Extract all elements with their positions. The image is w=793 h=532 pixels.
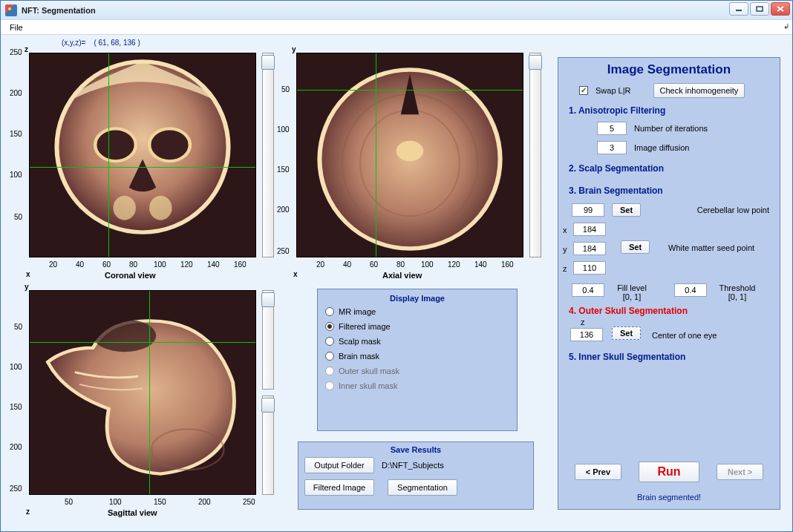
- sagittal-slider-top[interactable]: [262, 290, 274, 390]
- axial-slider[interactable]: [529, 53, 541, 257]
- tick: 50: [14, 323, 22, 331]
- eye-set-button[interactable]: Set: [612, 326, 641, 340]
- axial-crosshair-v: [376, 53, 376, 257]
- tick: 20: [49, 260, 57, 269]
- cursor-coords: (x,y,z)= ( 61, 68, 136 ): [62, 39, 140, 47]
- axial-caption: Axial view: [382, 271, 422, 280]
- radio-mr-image[interactable]: MR image: [318, 304, 517, 319]
- coronal-plot[interactable]: [29, 53, 256, 257]
- inner-skull-header: 5. Inner Skull Segmentation: [558, 347, 780, 364]
- svg-point-14: [396, 141, 423, 161]
- coronal-slider[interactable]: [262, 53, 274, 257]
- sagittal-slider-bottom[interactable]: [262, 395, 274, 495]
- radio-label: Inner skull mask: [339, 381, 397, 390]
- swap-lr-checkbox[interactable]: ✓: [579, 86, 588, 95]
- maximize-button[interactable]: [750, 2, 769, 16]
- tick: 200: [198, 498, 211, 506]
- tick: 250: [277, 247, 290, 255]
- tick: 250: [10, 485, 22, 493]
- slider-thumb[interactable]: [529, 55, 542, 70]
- svg-point-6: [95, 128, 136, 161]
- svg-rect-1: [757, 7, 763, 11]
- cerebellar-label: Cerebellar low point: [697, 206, 769, 214]
- swap-lr-label: Swap L|R: [595, 86, 631, 95]
- radio-outer-skull-mask: Outer skull mask: [318, 364, 517, 378]
- tick: 120: [180, 260, 193, 269]
- radio-scalp-mask[interactable]: Scalp mask: [318, 334, 517, 349]
- sagittal-caption: Sagittal view: [108, 508, 157, 517]
- cerebellar-set-button[interactable]: Set: [612, 203, 641, 217]
- wm-z-input[interactable]: 110: [573, 261, 606, 275]
- axis-label: z: [26, 508, 30, 516]
- aniso-diffusion-label: Image diffusion: [634, 143, 689, 152]
- cerebellar-input[interactable]: 99: [572, 203, 604, 217]
- svg-point-9: [149, 196, 172, 220]
- close-button[interactable]: [771, 2, 790, 16]
- tick: 100: [10, 171, 22, 179]
- tick: 100: [10, 363, 22, 371]
- radio-label: Outer skull mask: [339, 367, 399, 375]
- slider-thumb[interactable]: [261, 398, 275, 413]
- tick: 20: [316, 260, 324, 269]
- menu-file[interactable]: File: [5, 22, 27, 33]
- svg-rect-0: [736, 10, 742, 11]
- tick: 160: [234, 260, 247, 269]
- threshold-label: Threshold[0, 1]: [717, 283, 757, 301]
- sagittal-crosshair-h: [30, 342, 255, 343]
- axis-label: x: [26, 270, 30, 278]
- svg-point-8: [113, 196, 135, 220]
- app-icon: [5, 4, 17, 16]
- tick: 40: [343, 260, 351, 269]
- svg-point-5: [56, 62, 228, 232]
- radio-label: Scalp mask: [339, 337, 381, 346]
- wm-y-label: y: [563, 245, 567, 254]
- run-button[interactable]: Run: [639, 462, 699, 482]
- wm-z-label: z: [563, 264, 567, 273]
- title-bar[interactable]: NFT: Segmentation: [1, 1, 792, 20]
- eye-label: Center of one eye: [652, 331, 717, 340]
- wm-y-input[interactable]: 184: [573, 242, 606, 255]
- coronal-caption: Coronal view: [105, 271, 155, 280]
- window-title: NFT: Segmentation: [22, 6, 96, 15]
- axial-brain-image: [297, 53, 523, 257]
- coronal-view-group: 250 200 150 100 50 20 40 60 80 100 120 1…: [8, 48, 275, 284]
- aniso-diffusion-input[interactable]: 3: [597, 141, 627, 154]
- aniso-iterations-input[interactable]: 5: [597, 122, 627, 135]
- fill-level-input[interactable]: 0.4: [572, 283, 604, 297]
- save-filtered-image-button[interactable]: Filtered Image: [304, 479, 374, 496]
- tick: 200: [277, 206, 290, 214]
- tick: 200: [10, 443, 22, 451]
- eye-z-input[interactable]: 136: [570, 328, 603, 341]
- fill-level-label: Fill level[0, 1]: [615, 283, 649, 301]
- sagittal-crosshair-v: [149, 291, 150, 494]
- tick: 100: [277, 125, 290, 134]
- wm-x-input[interactable]: 184: [573, 223, 606, 236]
- slider-thumb[interactable]: [261, 292, 275, 307]
- slider-thumb[interactable]: [261, 55, 275, 70]
- display-image-panel: Display Image MR image Filtered image Sc…: [317, 289, 518, 431]
- menu-corner-icon[interactable]: ↲: [783, 22, 789, 30]
- tick: 60: [102, 260, 111, 269]
- tick: 140: [207, 260, 220, 269]
- prev-button[interactable]: < Prev: [575, 464, 621, 480]
- radio-filtered-image[interactable]: Filtered image: [318, 319, 517, 334]
- wm-x-label: x: [563, 226, 567, 234]
- coronal-crosshair-h: [30, 167, 255, 168]
- minimize-button[interactable]: [729, 2, 748, 16]
- axial-plot[interactable]: [296, 53, 523, 257]
- tick: 140: [474, 260, 487, 269]
- save-segmentation-button[interactable]: Segmentation: [388, 479, 457, 496]
- radio-brain-mask[interactable]: Brain mask: [318, 349, 517, 364]
- tick: 250: [243, 498, 255, 506]
- wm-set-button[interactable]: Set: [621, 240, 650, 254]
- output-folder-button[interactable]: Output Folder: [304, 457, 374, 473]
- tick: 40: [76, 260, 84, 269]
- threshold-input[interactable]: 0.4: [674, 283, 707, 297]
- axis-label: z: [25, 45, 28, 53]
- radio-label: Filtered image: [339, 322, 391, 331]
- check-inhomogeneity-button[interactable]: Check inhomogeneity: [653, 83, 745, 98]
- sagittal-plot[interactable]: [29, 290, 256, 495]
- aniso-iterations-label: Number of iterations: [634, 124, 708, 133]
- tick: 150: [10, 130, 22, 138]
- coords-label: (x,y,z)=: [62, 39, 85, 47]
